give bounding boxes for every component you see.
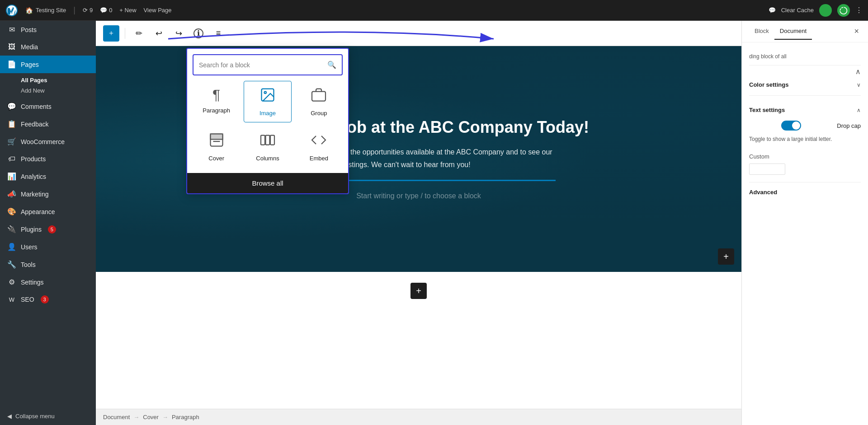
user-avatar[interactable]: [819, 4, 832, 17]
comments-label: Comments: [21, 103, 52, 110]
feedback-label: Feedback: [21, 121, 48, 128]
plus-icon: ＋: [108, 28, 115, 38]
updates-link[interactable]: ⟳ 9: [83, 7, 93, 14]
block-info-snippet: ding block of all: [749, 53, 787, 60]
comments-icon: 💬: [100, 7, 107, 14]
separator: |: [73, 5, 75, 15]
sidebar-item-pages[interactable]: 📄 Pages: [0, 56, 96, 73]
tab-block[interactable]: Block: [749, 23, 774, 40]
sidebar-item-comments[interactable]: 💬 Comments: [0, 98, 96, 115]
cover-icon: [208, 132, 225, 151]
marketing-icon: 📣: [7, 190, 16, 198]
drop-cap-description: Toggle to show a large initial letter.: [749, 136, 861, 142]
advanced-header[interactable]: Advanced ∨: [749, 182, 861, 200]
text-settings-title: Text settings: [749, 107, 785, 113]
right-panel-content: ding block of all ∧ Color settings ∨ Tex…: [742, 42, 868, 425]
sidebar-item-media[interactable]: 🖼 Media: [0, 38, 96, 56]
tab-document[interactable]: Document: [774, 23, 812, 40]
comments-link[interactable]: 💬 0: [100, 7, 112, 14]
columns-icon: [259, 132, 276, 151]
embed-icon: [311, 132, 327, 151]
svg-rect-10: [270, 135, 274, 145]
cover-add-button[interactable]: +: [718, 248, 734, 265]
block-search-input[interactable]: [199, 61, 327, 69]
sidebar-item-plugins[interactable]: 🔌 Plugins 5: [0, 220, 96, 238]
breadcrumb-document[interactable]: Document: [103, 414, 130, 420]
list-view-button[interactable]: ≡: [210, 25, 226, 42]
info-button[interactable]: ℹ: [190, 25, 207, 42]
clear-cache-text[interactable]: Clear Cache: [781, 7, 814, 14]
svg-rect-8: [261, 135, 265, 145]
drop-cap-label: Drop cap: [837, 122, 861, 129]
svg-point-3: [264, 92, 266, 94]
breadcrumb-cover[interactable]: Cover: [143, 414, 159, 420]
group-icon: [311, 87, 327, 106]
comments-count: 0: [109, 7, 112, 14]
wordpress-logo[interactable]: [5, 4, 18, 17]
right-panel: Block Document × ding block of all ∧: [741, 21, 868, 425]
add-block-bottom-button[interactable]: +: [410, 283, 427, 299]
tools-icon: 🔧: [7, 260, 16, 269]
toggle-slider: [781, 121, 801, 131]
paragraph-block-option[interactable]: ¶ Paragraph: [193, 81, 240, 122]
notification-badge[interactable]: [837, 4, 850, 17]
media-icon: 🖼: [7, 43, 16, 51]
close-icon: ×: [854, 27, 859, 36]
sidebar-item-feedback[interactable]: 📋 Feedback: [0, 115, 96, 133]
add-block-toolbar-button[interactable]: ＋: [103, 25, 119, 42]
site-link[interactable]: 🏠 Testing Site: [25, 7, 66, 14]
cover-label: Cover: [208, 155, 224, 162]
custom-input-field[interactable]: [749, 163, 785, 175]
users-label: Users: [21, 243, 38, 251]
color-settings-title: Color settings: [749, 81, 788, 88]
browse-all-button[interactable]: Browse all: [187, 173, 348, 193]
view-page-link[interactable]: View Page: [144, 7, 172, 14]
editor-toolbar: ＋ ✏ ↩ ↪ ℹ ≡: [96, 21, 741, 46]
image-block-option[interactable]: Image: [244, 81, 291, 122]
undo-button[interactable]: ↩: [151, 25, 167, 42]
block-search-row: 🔍: [193, 54, 343, 75]
comments-icon: 💬: [7, 102, 16, 111]
collapse-menu-button[interactable]: ◀ Collapse menu: [0, 407, 96, 425]
sidebar-item-woocommerce[interactable]: 🛒 WooCommerce: [0, 133, 96, 150]
sidebar-item-seo[interactable]: W SEO 3: [0, 291, 96, 308]
plugins-icon: 🔌: [7, 225, 16, 234]
columns-block-option[interactable]: Columns: [244, 126, 291, 168]
redo-button[interactable]: ↪: [170, 25, 187, 42]
edit-button[interactable]: ✏: [131, 25, 147, 42]
sidebar-item-products[interactable]: 🏷 Products: [0, 150, 96, 168]
breadcrumb-paragraph[interactable]: Paragraph: [172, 414, 199, 420]
sidebar-item-tools[interactable]: 🔧 Tools: [0, 256, 96, 273]
plus-icon: +: [416, 286, 421, 296]
drop-cap-toggle[interactable]: [781, 121, 801, 131]
all-pages-link[interactable]: All Pages: [21, 75, 96, 85]
add-new-link[interactable]: Add New: [21, 85, 96, 96]
new-button[interactable]: + New: [119, 7, 136, 14]
sidebar-item-users[interactable]: 👤 Users: [0, 238, 96, 256]
tools-label: Tools: [21, 261, 36, 268]
search-icon: 🔍: [327, 61, 336, 69]
advanced-section: Advanced ∨: [749, 182, 861, 200]
sidebar-item-analytics[interactable]: 📊 Analytics: [0, 168, 96, 185]
text-settings-header[interactable]: Text settings ∧: [749, 103, 861, 117]
sidebar-item-posts[interactable]: ✉ Posts: [0, 21, 96, 38]
color-settings-header[interactable]: Color settings ∨: [749, 78, 861, 92]
right-panel-close-button[interactable]: ×: [852, 25, 861, 38]
custom-section: Custom: [749, 149, 861, 178]
settings-icon: ⚙: [7, 278, 16, 286]
settings-label: Settings: [21, 279, 44, 286]
clear-cache-button[interactable]: 💬: [769, 7, 776, 14]
embed-block-option[interactable]: Embed: [295, 126, 343, 168]
sidebar-item-appearance[interactable]: 🎨 Appearance: [0, 203, 96, 220]
columns-label: Columns: [256, 155, 279, 162]
sidebar-item-settings[interactable]: ⚙ Settings: [0, 273, 96, 291]
cover-block-option[interactable]: Cover: [193, 126, 240, 168]
marketing-label: Marketing: [21, 191, 48, 198]
svg-rect-9: [265, 135, 269, 145]
media-label: Media: [21, 43, 38, 51]
group-block-option[interactable]: Group: [295, 81, 343, 122]
more-options-button[interactable]: ⋮: [855, 6, 863, 14]
collapse-button[interactable]: ∧: [855, 67, 861, 76]
text-settings-toggle: ∧: [857, 107, 861, 113]
sidebar-item-marketing[interactable]: 📣 Marketing: [0, 185, 96, 203]
